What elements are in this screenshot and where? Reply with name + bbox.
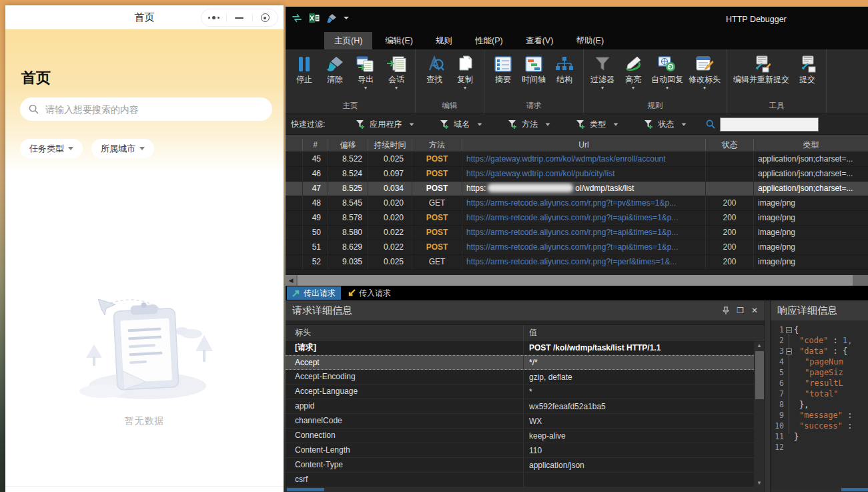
column-offset[interactable]: 偏移 xyxy=(328,139,368,151)
fold-collapse-icon[interactable] xyxy=(786,348,792,354)
scrollbar-thumb[interactable] xyxy=(298,275,853,286)
excel-export-icon[interactable] xyxy=(309,13,320,23)
stop-button[interactable]: 停止 xyxy=(289,51,320,92)
request-row-52[interactable]: 529.0350.025GEThttps://arms-retcode.aliy… xyxy=(286,255,868,270)
more-icon[interactable] xyxy=(201,9,226,26)
request-row-49[interactable]: 498.5780.020POSThttps://arms-retcode.ali… xyxy=(286,211,868,226)
tab-incoming-requests[interactable]: 传入请求 xyxy=(342,286,396,300)
scrollbar-thumb[interactable] xyxy=(755,351,764,399)
fold-collapse-icon[interactable] xyxy=(786,327,792,333)
request-panel-titlebar: 请求详细信息 ❒ ✕ xyxy=(286,300,765,320)
quick-access-dropdown-icon[interactable] xyxy=(344,17,349,19)
menu-tab-edit[interactable]: 编辑(E) xyxy=(375,32,423,49)
sync-arrows-icon[interactable] xyxy=(292,13,302,23)
header-row-channelcode[interactable]: channelCodeWX xyxy=(286,414,754,429)
scroll-down-icon[interactable]: ▼ xyxy=(757,479,762,487)
header-row-accept-selected[interactable]: Accept*/* xyxy=(286,355,754,370)
horizontal-scrollbar[interactable] xyxy=(286,487,765,492)
column-type[interactable]: 类型 xyxy=(754,139,868,151)
structure-button[interactable]: 结构 xyxy=(549,51,580,92)
filter-type[interactable]: 类型 xyxy=(576,119,618,130)
ribbon-group-rules: 过滤器 ▾ 高亮 ▾ 自动回复 ▾ xyxy=(584,49,727,113)
vertical-scrollbar[interactable]: ▲ ▼ xyxy=(754,342,765,487)
quick-access-toolbar xyxy=(292,13,349,23)
request-row-47-selected[interactable]: 478.5250.034POST https:ol/wdmp/task/list… xyxy=(286,182,868,196)
empty-text: 暂无数据 xyxy=(125,415,165,427)
menu-tab-performance[interactable]: 性能(P) xyxy=(465,32,513,49)
find-button[interactable]: 查找 xyxy=(419,51,450,92)
session-button[interactable]: 会话 ▾ xyxy=(381,51,412,92)
menu-tab-home[interactable]: 主页(H) xyxy=(324,32,372,49)
quick-search-input[interactable] xyxy=(720,117,819,132)
header-row-appid[interactable]: appidwx592feaafd52a1ba5 xyxy=(286,399,754,414)
filter-domain[interactable]: 域名 xyxy=(440,119,482,130)
auto-reply-icon xyxy=(658,53,677,75)
maximize-icon[interactable]: ❒ xyxy=(737,306,744,314)
column-url[interactable]: Url xyxy=(462,139,706,151)
filter-method[interactable]: 方法 xyxy=(508,119,550,130)
filter-task-type[interactable]: 任务类型 xyxy=(20,139,83,158)
highlight-button[interactable]: 高亮 ▾ xyxy=(618,51,648,92)
ribbon-group-label: 主页 xyxy=(289,100,412,113)
summary-icon xyxy=(494,53,512,75)
menu-tab-view[interactable]: 查看(V) xyxy=(516,32,564,49)
filter-rules-button[interactable]: 过滤器 ▾ xyxy=(587,51,618,92)
request-row-45[interactable]: 458.5220.025POSThttps://gateway.wdtrip.c… xyxy=(286,152,868,167)
incoming-arrow-icon xyxy=(348,289,356,297)
search-input[interactable] xyxy=(44,103,264,115)
menu-tab-rules[interactable]: 规则 xyxy=(426,32,462,49)
modify-headers-button[interactable]: 修改标头 ▾ xyxy=(686,51,723,92)
search-box[interactable] xyxy=(20,97,272,121)
filter-city[interactable]: 所属城市 xyxy=(91,139,154,158)
column-header-value[interactable]: 值 xyxy=(524,325,754,340)
close-target-icon[interactable] xyxy=(253,9,278,26)
summary-button[interactable]: 摘要 xyxy=(488,51,518,92)
clear-button[interactable]: 清除 xyxy=(320,51,350,92)
highlight-icon xyxy=(624,53,642,75)
scroll-left-icon[interactable]: ◀ xyxy=(286,275,296,286)
miniapp-titlebar: 首页 xyxy=(5,5,284,29)
request-row-50[interactable]: 508.5800.022POSThttps://arms-retcode.ali… xyxy=(286,226,868,240)
export-icon xyxy=(356,53,376,75)
header-row-accept-encoding[interactable]: Accept-Encodinggzip, deflate xyxy=(286,370,754,385)
horizontal-scrollbar[interactable] xyxy=(771,487,868,492)
request-row-51[interactable]: 518.6290.022POSThttps://arms-retcode.ali… xyxy=(286,240,868,255)
header-row-content-type[interactable]: Content-Typeapplication/json xyxy=(286,458,754,473)
scrollbar-thumb[interactable] xyxy=(841,488,868,491)
column-duration[interactable]: 持续时间 xyxy=(368,139,412,151)
filter-label: 所属城市 xyxy=(101,143,135,155)
edit-resubmit-button[interactable]: 编辑并重新提交 xyxy=(731,51,792,92)
column-status[interactable]: 状态 xyxy=(706,139,754,151)
filter-status[interactable]: 状态 xyxy=(644,119,687,130)
dot xyxy=(212,16,215,19)
scroll-up-icon[interactable]: ▲ xyxy=(757,342,762,350)
submit-button[interactable]: 提交 xyxy=(792,51,823,92)
header-row-csrf[interactable]: csrf xyxy=(286,473,754,487)
export-button[interactable]: 导出 ▾ xyxy=(350,51,381,92)
scrollbar-thumb[interactable] xyxy=(287,488,324,491)
pin-icon[interactable] xyxy=(723,306,729,315)
header-row-content-length[interactable]: Content-Length110 xyxy=(286,443,754,458)
close-icon[interactable]: ✕ xyxy=(751,306,758,314)
header-row-accept-language[interactable]: Accept-Language* xyxy=(286,385,754,399)
auto-reply-button[interactable]: 自动回复 ▾ xyxy=(648,51,686,92)
request-row-46[interactable]: 468.5240.097POSThttps://gateway.wdtrip.c… xyxy=(286,167,868,182)
filter-application[interactable]: 应用程序 xyxy=(356,119,414,130)
minimize-icon[interactable] xyxy=(227,9,252,26)
tab-outgoing-requests[interactable]: 传出请求 xyxy=(287,286,341,300)
column-method[interactable]: 方法 xyxy=(412,139,462,151)
horizontal-scrollbar[interactable]: ◀ xyxy=(286,275,868,286)
response-json-viewer[interactable]: 1{ 2"code" : 1, 3"data" : { 4"pageNum 5"… xyxy=(771,320,868,487)
menu-tab-help[interactable]: 帮助(E) xyxy=(566,32,614,49)
header-row-request-line[interactable]: [请求]POST /kol/wdmp/task/list HTTP/1.1 xyxy=(286,340,754,355)
brush-icon[interactable] xyxy=(326,13,337,23)
filter-pills: 任务类型 所属城市 xyxy=(20,139,154,158)
request-row-48[interactable]: 488.5450.020GEThttps://arms-retcode.aliy… xyxy=(286,196,868,211)
column-number[interactable]: # xyxy=(303,139,328,151)
copy-button[interactable]: 复制 ▾ xyxy=(450,51,480,92)
panel-splitter[interactable] xyxy=(765,300,771,492)
column-header-name[interactable]: 标头 xyxy=(286,325,524,340)
outgoing-arrow-icon xyxy=(292,289,300,297)
header-row-connection[interactable]: Connectionkeep-alive xyxy=(286,429,754,443)
timeline-button[interactable]: 时间轴 xyxy=(518,51,549,92)
